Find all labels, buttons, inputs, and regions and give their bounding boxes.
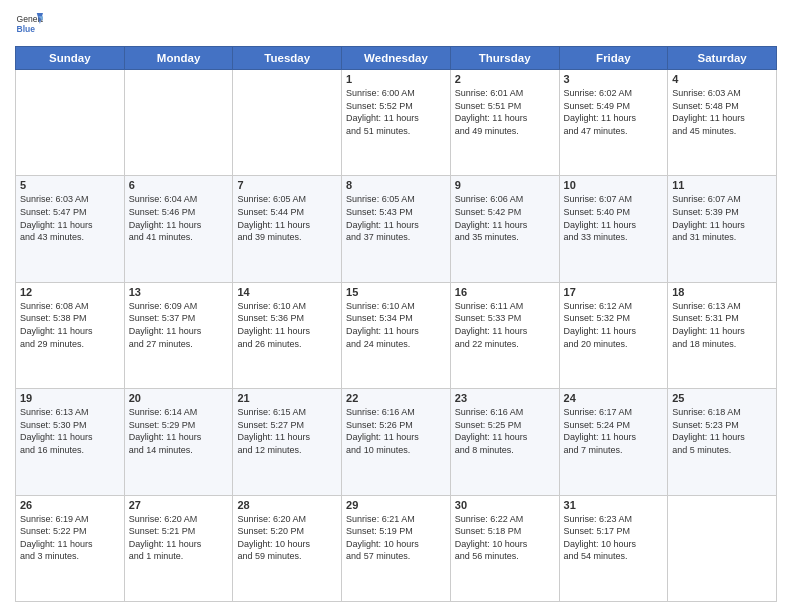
day-info: Sunrise: 6:16 AM Sunset: 5:26 PM Dayligh… [346,406,446,456]
day-number: 7 [237,179,337,191]
day-number: 18 [672,286,772,298]
calendar-cell: 31Sunrise: 6:23 AM Sunset: 5:17 PM Dayli… [559,495,668,601]
week-row-1: 1Sunrise: 6:00 AM Sunset: 5:52 PM Daylig… [16,70,777,176]
weekday-header-saturday: Saturday [668,47,777,70]
day-info: Sunrise: 6:02 AM Sunset: 5:49 PM Dayligh… [564,87,664,137]
calendar-cell: 6Sunrise: 6:04 AM Sunset: 5:46 PM Daylig… [124,176,233,282]
day-number: 26 [20,499,120,511]
weekday-header-row: SundayMondayTuesdayWednesdayThursdayFrid… [16,47,777,70]
svg-text:Blue: Blue [17,24,36,34]
calendar-cell: 3Sunrise: 6:02 AM Sunset: 5:49 PM Daylig… [559,70,668,176]
day-number: 14 [237,286,337,298]
calendar-cell: 8Sunrise: 6:05 AM Sunset: 5:43 PM Daylig… [342,176,451,282]
day-number: 2 [455,73,555,85]
day-number: 22 [346,392,446,404]
calendar-cell: 12Sunrise: 6:08 AM Sunset: 5:38 PM Dayli… [16,282,125,388]
day-info: Sunrise: 6:08 AM Sunset: 5:38 PM Dayligh… [20,300,120,350]
calendar-cell: 9Sunrise: 6:06 AM Sunset: 5:42 PM Daylig… [450,176,559,282]
day-info: Sunrise: 6:13 AM Sunset: 5:30 PM Dayligh… [20,406,120,456]
day-info: Sunrise: 6:07 AM Sunset: 5:39 PM Dayligh… [672,193,772,243]
calendar-cell [124,70,233,176]
calendar-cell: 13Sunrise: 6:09 AM Sunset: 5:37 PM Dayli… [124,282,233,388]
day-number: 12 [20,286,120,298]
day-info: Sunrise: 6:10 AM Sunset: 5:36 PM Dayligh… [237,300,337,350]
day-number: 3 [564,73,664,85]
day-number: 16 [455,286,555,298]
day-number: 10 [564,179,664,191]
day-info: Sunrise: 6:23 AM Sunset: 5:17 PM Dayligh… [564,513,664,563]
day-info: Sunrise: 6:19 AM Sunset: 5:22 PM Dayligh… [20,513,120,563]
day-info: Sunrise: 6:20 AM Sunset: 5:21 PM Dayligh… [129,513,229,563]
day-number: 6 [129,179,229,191]
day-number: 1 [346,73,446,85]
day-number: 29 [346,499,446,511]
calendar-cell: 2Sunrise: 6:01 AM Sunset: 5:51 PM Daylig… [450,70,559,176]
calendar-cell: 22Sunrise: 6:16 AM Sunset: 5:26 PM Dayli… [342,389,451,495]
day-info: Sunrise: 6:09 AM Sunset: 5:37 PM Dayligh… [129,300,229,350]
calendar-cell: 4Sunrise: 6:03 AM Sunset: 5:48 PM Daylig… [668,70,777,176]
day-number: 15 [346,286,446,298]
day-info: Sunrise: 6:01 AM Sunset: 5:51 PM Dayligh… [455,87,555,137]
calendar-cell: 27Sunrise: 6:20 AM Sunset: 5:21 PM Dayli… [124,495,233,601]
calendar-cell: 29Sunrise: 6:21 AM Sunset: 5:19 PM Dayli… [342,495,451,601]
week-row-3: 12Sunrise: 6:08 AM Sunset: 5:38 PM Dayli… [16,282,777,388]
calendar-cell: 25Sunrise: 6:18 AM Sunset: 5:23 PM Dayli… [668,389,777,495]
logo: General Blue [15,10,43,38]
day-info: Sunrise: 6:22 AM Sunset: 5:18 PM Dayligh… [455,513,555,563]
calendar-cell: 10Sunrise: 6:07 AM Sunset: 5:40 PM Dayli… [559,176,668,282]
calendar-cell: 11Sunrise: 6:07 AM Sunset: 5:39 PM Dayli… [668,176,777,282]
day-info: Sunrise: 6:10 AM Sunset: 5:34 PM Dayligh… [346,300,446,350]
day-number: 8 [346,179,446,191]
calendar-cell: 15Sunrise: 6:10 AM Sunset: 5:34 PM Dayli… [342,282,451,388]
day-number: 21 [237,392,337,404]
calendar-cell: 7Sunrise: 6:05 AM Sunset: 5:44 PM Daylig… [233,176,342,282]
day-number: 5 [20,179,120,191]
weekday-header-wednesday: Wednesday [342,47,451,70]
day-info: Sunrise: 6:03 AM Sunset: 5:48 PM Dayligh… [672,87,772,137]
calendar-cell: 21Sunrise: 6:15 AM Sunset: 5:27 PM Dayli… [233,389,342,495]
calendar-table: SundayMondayTuesdayWednesdayThursdayFrid… [15,46,777,602]
weekday-header-friday: Friday [559,47,668,70]
day-number: 19 [20,392,120,404]
page-header: General Blue [15,10,777,38]
day-info: Sunrise: 6:05 AM Sunset: 5:43 PM Dayligh… [346,193,446,243]
day-number: 13 [129,286,229,298]
day-number: 4 [672,73,772,85]
calendar-cell: 5Sunrise: 6:03 AM Sunset: 5:47 PM Daylig… [16,176,125,282]
day-info: Sunrise: 6:14 AM Sunset: 5:29 PM Dayligh… [129,406,229,456]
calendar-cell: 19Sunrise: 6:13 AM Sunset: 5:30 PM Dayli… [16,389,125,495]
day-number: 30 [455,499,555,511]
day-number: 23 [455,392,555,404]
weekday-header-monday: Monday [124,47,233,70]
day-info: Sunrise: 6:11 AM Sunset: 5:33 PM Dayligh… [455,300,555,350]
calendar-cell: 17Sunrise: 6:12 AM Sunset: 5:32 PM Dayli… [559,282,668,388]
weekday-header-tuesday: Tuesday [233,47,342,70]
calendar-cell: 16Sunrise: 6:11 AM Sunset: 5:33 PM Dayli… [450,282,559,388]
day-info: Sunrise: 6:12 AM Sunset: 5:32 PM Dayligh… [564,300,664,350]
logo-icon: General Blue [15,10,43,38]
day-info: Sunrise: 6:05 AM Sunset: 5:44 PM Dayligh… [237,193,337,243]
calendar-cell: 30Sunrise: 6:22 AM Sunset: 5:18 PM Dayli… [450,495,559,601]
day-number: 11 [672,179,772,191]
calendar-cell [668,495,777,601]
day-number: 25 [672,392,772,404]
week-row-4: 19Sunrise: 6:13 AM Sunset: 5:30 PM Dayli… [16,389,777,495]
day-number: 31 [564,499,664,511]
day-info: Sunrise: 6:18 AM Sunset: 5:23 PM Dayligh… [672,406,772,456]
calendar-cell [16,70,125,176]
day-info: Sunrise: 6:13 AM Sunset: 5:31 PM Dayligh… [672,300,772,350]
day-info: Sunrise: 6:04 AM Sunset: 5:46 PM Dayligh… [129,193,229,243]
day-number: 28 [237,499,337,511]
day-info: Sunrise: 6:20 AM Sunset: 5:20 PM Dayligh… [237,513,337,563]
day-info: Sunrise: 6:07 AM Sunset: 5:40 PM Dayligh… [564,193,664,243]
day-info: Sunrise: 6:00 AM Sunset: 5:52 PM Dayligh… [346,87,446,137]
calendar-cell: 1Sunrise: 6:00 AM Sunset: 5:52 PM Daylig… [342,70,451,176]
weekday-header-thursday: Thursday [450,47,559,70]
weekday-header-sunday: Sunday [16,47,125,70]
calendar-cell: 20Sunrise: 6:14 AM Sunset: 5:29 PM Dayli… [124,389,233,495]
calendar-cell: 14Sunrise: 6:10 AM Sunset: 5:36 PM Dayli… [233,282,342,388]
day-number: 17 [564,286,664,298]
day-info: Sunrise: 6:15 AM Sunset: 5:27 PM Dayligh… [237,406,337,456]
day-number: 27 [129,499,229,511]
week-row-5: 26Sunrise: 6:19 AM Sunset: 5:22 PM Dayli… [16,495,777,601]
